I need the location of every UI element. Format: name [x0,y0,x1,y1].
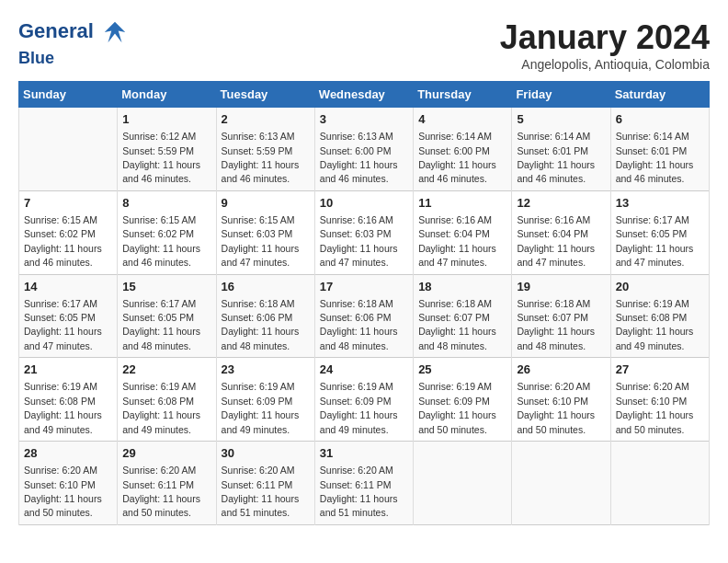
weekday-monday: Monday [118,82,216,108]
day-info: Sunrise: 6:18 AM Sunset: 6:07 PM Dayligh… [517,298,595,351]
day-info: Sunrise: 6:16 AM Sunset: 6:04 PM Dayligh… [517,214,595,268]
day-number: 20 [616,279,704,295]
day-number: 2 [222,111,310,128]
title-area: January 2024 Angelopolis, Antioquia, Col… [500,18,710,72]
calendar-cell: 31Sunrise: 6:20 AM Sunset: 6:11 PM Dayli… [314,442,413,525]
day-number: 22 [122,362,210,378]
day-number: 15 [122,279,210,295]
day-info: Sunrise: 6:19 AM Sunset: 6:08 PM Dayligh… [122,381,200,434]
calendar-cell: 16Sunrise: 6:18 AM Sunset: 6:06 PM Dayli… [216,274,314,358]
day-number: 12 [517,195,605,212]
day-number: 31 [320,445,408,462]
day-number: 6 [616,111,704,128]
calendar-cell: 28Sunrise: 6:20 AM Sunset: 6:10 PM Dayli… [19,442,118,525]
day-info: Sunrise: 6:14 AM Sunset: 6:01 PM Dayligh… [517,131,595,184]
week-row-4: 21Sunrise: 6:19 AM Sunset: 6:08 PM Dayli… [19,358,710,442]
day-info: Sunrise: 6:19 AM Sunset: 6:09 PM Dayligh… [418,381,496,434]
day-number: 18 [418,279,506,295]
calendar-body: 1Sunrise: 6:12 AM Sunset: 5:59 PM Daylig… [19,108,710,525]
month-title: January 2024 [500,18,710,57]
day-number: 5 [517,111,605,128]
week-row-2: 7Sunrise: 6:15 AM Sunset: 6:02 PM Daylig… [19,190,710,274]
calendar-cell: 23Sunrise: 6:19 AM Sunset: 6:09 PM Dayli… [216,358,314,442]
calendar-cell: 15Sunrise: 6:17 AM Sunset: 6:05 PM Dayli… [118,274,216,358]
calendar-cell: 8Sunrise: 6:15 AM Sunset: 6:02 PM Daylig… [118,190,216,274]
day-info: Sunrise: 6:19 AM Sunset: 6:09 PM Dayligh… [222,381,300,434]
day-info: Sunrise: 6:19 AM Sunset: 6:09 PM Dayligh… [320,381,398,434]
day-info: Sunrise: 6:15 AM Sunset: 6:03 PM Dayligh… [222,214,300,268]
calendar-cell [610,442,709,525]
day-info: Sunrise: 6:17 AM Sunset: 6:05 PM Dayligh… [24,298,102,351]
logo: General Blue [18,18,129,68]
calendar-cell: 27Sunrise: 6:20 AM Sunset: 6:10 PM Dayli… [610,358,709,442]
calendar-cell: 18Sunrise: 6:18 AM Sunset: 6:07 PM Dayli… [414,274,512,358]
calendar-cell [512,442,610,525]
calendar-cell: 4Sunrise: 6:14 AM Sunset: 6:00 PM Daylig… [414,108,512,191]
day-info: Sunrise: 6:19 AM Sunset: 6:08 PM Dayligh… [24,381,102,434]
day-info: Sunrise: 6:18 AM Sunset: 6:06 PM Dayligh… [320,298,398,351]
day-number: 27 [616,362,704,378]
calendar-cell: 12Sunrise: 6:16 AM Sunset: 6:04 PM Dayli… [512,190,610,274]
day-info: Sunrise: 6:13 AM Sunset: 6:00 PM Dayligh… [320,131,398,184]
location-subtitle: Angelopolis, Antioquia, Colombia [500,57,710,72]
calendar-cell: 1Sunrise: 6:12 AM Sunset: 5:59 PM Daylig… [118,108,216,191]
calendar-cell: 17Sunrise: 6:18 AM Sunset: 6:06 PM Dayli… [314,274,413,358]
weekday-header-row: SundayMondayTuesdayWednesdayThursdayFrid… [19,82,710,108]
day-info: Sunrise: 6:17 AM Sunset: 6:05 PM Dayligh… [122,298,200,351]
calendar-cell: 29Sunrise: 6:20 AM Sunset: 6:11 PM Dayli… [118,442,216,525]
day-number: 11 [418,195,506,212]
day-number: 21 [24,362,112,378]
weekday-saturday: Saturday [610,82,709,108]
day-number: 30 [222,445,310,462]
day-info: Sunrise: 6:20 AM Sunset: 6:11 PM Dayligh… [320,465,398,518]
day-info: Sunrise: 6:18 AM Sunset: 6:06 PM Dayligh… [222,298,300,351]
day-info: Sunrise: 6:14 AM Sunset: 6:00 PM Dayligh… [418,131,496,184]
weekday-tuesday: Tuesday [216,82,314,108]
calendar-cell: 25Sunrise: 6:19 AM Sunset: 6:09 PM Dayli… [414,358,512,442]
day-number: 4 [418,111,506,128]
day-number: 29 [122,445,210,462]
calendar-cell: 24Sunrise: 6:19 AM Sunset: 6:09 PM Dayli… [314,358,413,442]
header: General Blue January 2024 Angelopolis, A… [18,18,710,72]
day-number: 16 [222,279,310,295]
day-number: 10 [320,195,408,212]
day-number: 17 [320,279,408,295]
calendar-cell [414,442,512,525]
day-info: Sunrise: 6:14 AM Sunset: 6:01 PM Dayligh… [616,131,694,184]
calendar-cell: 7Sunrise: 6:15 AM Sunset: 6:02 PM Daylig… [19,190,118,274]
week-row-5: 28Sunrise: 6:20 AM Sunset: 6:10 PM Dayli… [19,442,710,525]
day-info: Sunrise: 6:12 AM Sunset: 5:59 PM Dayligh… [122,131,200,184]
calendar-cell: 2Sunrise: 6:13 AM Sunset: 5:59 PM Daylig… [216,108,314,191]
day-info: Sunrise: 6:16 AM Sunset: 6:03 PM Dayligh… [320,214,398,268]
day-number: 8 [122,195,210,212]
calendar-cell: 19Sunrise: 6:18 AM Sunset: 6:07 PM Dayli… [512,274,610,358]
day-number: 26 [517,362,605,378]
day-info: Sunrise: 6:20 AM Sunset: 6:11 PM Dayligh… [122,465,200,518]
calendar-cell: 6Sunrise: 6:14 AM Sunset: 6:01 PM Daylig… [610,108,709,191]
day-number: 14 [24,279,112,295]
logo-text: General Blue [18,18,129,68]
day-number: 13 [616,195,704,212]
calendar-cell: 26Sunrise: 6:20 AM Sunset: 6:10 PM Dayli… [512,358,610,442]
day-number: 23 [222,362,310,378]
weekday-friday: Friday [512,82,610,108]
day-number: 24 [320,362,408,378]
day-number: 25 [418,362,506,378]
day-info: Sunrise: 6:16 AM Sunset: 6:04 PM Dayligh… [418,214,496,268]
day-info: Sunrise: 6:20 AM Sunset: 6:10 PM Dayligh… [24,465,102,518]
calendar-cell: 14Sunrise: 6:17 AM Sunset: 6:05 PM Dayli… [19,274,118,358]
day-info: Sunrise: 6:20 AM Sunset: 6:10 PM Dayligh… [616,381,694,434]
day-number: 7 [24,195,112,212]
calendar-cell: 10Sunrise: 6:16 AM Sunset: 6:03 PM Dayli… [314,190,413,274]
day-number: 9 [222,195,310,212]
calendar-table: SundayMondayTuesdayWednesdayThursdayFrid… [18,81,710,525]
day-number: 28 [24,445,112,462]
weekday-wednesday: Wednesday [314,82,413,108]
weekday-sunday: Sunday [19,82,118,108]
day-number: 3 [320,111,408,128]
day-info: Sunrise: 6:19 AM Sunset: 6:08 PM Dayligh… [616,298,694,351]
day-number: 1 [122,111,210,128]
calendar-cell [19,108,118,191]
day-info: Sunrise: 6:20 AM Sunset: 6:10 PM Dayligh… [517,381,595,434]
week-row-1: 1Sunrise: 6:12 AM Sunset: 5:59 PM Daylig… [19,108,710,191]
